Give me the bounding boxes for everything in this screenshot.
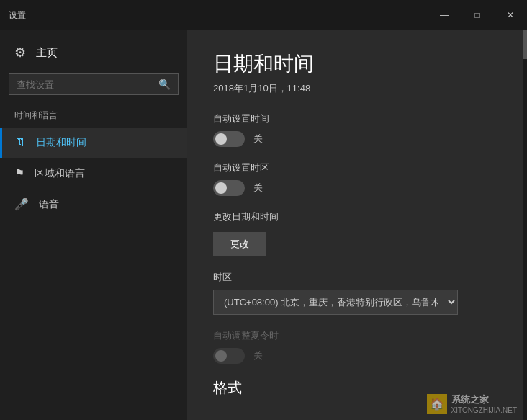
auto-time-label: 自动设置时间 [213, 112, 497, 125]
search-input[interactable] [17, 79, 153, 90]
sidebar-item-label-speech: 语音 [39, 198, 59, 211]
scrollbar-thumb[interactable] [523, 30, 527, 59]
sidebar-home-label: 主页 [36, 46, 58, 60]
auto-timezone-status: 关 [253, 182, 263, 195]
scrollbar[interactable] [523, 30, 527, 420]
watermark-url: XITONGZHIJIA.NET [451, 406, 518, 414]
sidebar-section-label: 时间和语言 [0, 107, 187, 128]
app-container: ⚙ 主页 🔍 时间和语言 🗓 日期和时间 ⚑ 区域和语言 🎤 语音 日期和时间 … [0, 30, 527, 420]
content-area: 日期和时间 2018年1月10日，11:48 自动设置时间 关 自动设置时区 关… [187, 30, 523, 420]
sidebar-item-label-region: 区域和语言 [35, 167, 85, 180]
sidebar-item-region[interactable]: ⚑ 区域和语言 [0, 158, 187, 189]
auto-timezone-section: 自动设置时区 关 [213, 161, 497, 196]
sidebar-item-label-datetime: 日期和时间 [36, 136, 86, 149]
dst-status: 关 [253, 349, 263, 362]
watermark-text: 系统之家 XITONGZHIJIA.NET [451, 393, 518, 414]
page-title: 日期和时间 [213, 50, 497, 78]
search-box[interactable]: 🔍 [9, 73, 179, 95]
sidebar-item-home[interactable]: ⚙ 主页 [0, 36, 187, 69]
close-button[interactable]: ✕ [494, 4, 527, 26]
titlebar-controls: — □ ✕ [428, 4, 527, 26]
home-icon: ⚙ [14, 45, 26, 61]
timezone-label: 时区 [213, 271, 497, 284]
titlebar-title: 设置 [9, 9, 26, 22]
change-datetime-label: 更改日期和时间 [213, 210, 497, 223]
auto-timezone-label: 自动设置时区 [213, 161, 497, 174]
timezone-section: 时区 (UTC+08:00) 北京，重庆，香港特别行政区，乌鲁木 [213, 271, 497, 315]
current-datetime: 2018年1月10日，11:48 [213, 82, 497, 95]
change-datetime-section: 更改日期和时间 更改 [213, 210, 497, 256]
titlebar: 设置 — □ ✕ [0, 0, 527, 30]
speech-icon: 🎤 [14, 197, 29, 211]
dst-toggle-row: 关 [213, 348, 497, 364]
timezone-select[interactable]: (UTC+08:00) 北京，重庆，香港特别行政区，乌鲁木 [213, 290, 458, 315]
dst-section: 自动调整夏令时 关 [213, 329, 497, 364]
dst-toggle[interactable] [213, 348, 245, 364]
watermark-icon: 🏠 [427, 394, 447, 414]
search-icon: 🔍 [158, 79, 171, 90]
auto-time-status: 关 [253, 133, 263, 146]
minimize-button[interactable]: — [428, 4, 461, 26]
watermark-site: 系统之家 [451, 393, 518, 406]
region-icon: ⚑ [14, 166, 24, 180]
auto-time-toggle-row: 关 [213, 131, 497, 147]
dst-label: 自动调整夏令时 [213, 329, 497, 342]
sidebar-item-datetime[interactable]: 🗓 日期和时间 [0, 128, 187, 158]
datetime-icon: 🗓 [14, 136, 26, 149]
auto-timezone-toggle[interactable] [213, 180, 245, 196]
auto-timezone-toggle-row: 关 [213, 180, 497, 196]
auto-time-section: 自动设置时间 关 [213, 112, 497, 147]
maximize-button[interactable]: □ [461, 4, 494, 26]
auto-time-toggle[interactable] [213, 131, 245, 147]
change-datetime-button[interactable]: 更改 [213, 232, 266, 256]
watermark: 🏠 系统之家 XITONGZHIJIA.NET [427, 393, 518, 414]
sidebar: ⚙ 主页 🔍 时间和语言 🗓 日期和时间 ⚑ 区域和语言 🎤 语音 [0, 30, 187, 420]
sidebar-item-speech[interactable]: 🎤 语音 [0, 189, 187, 220]
